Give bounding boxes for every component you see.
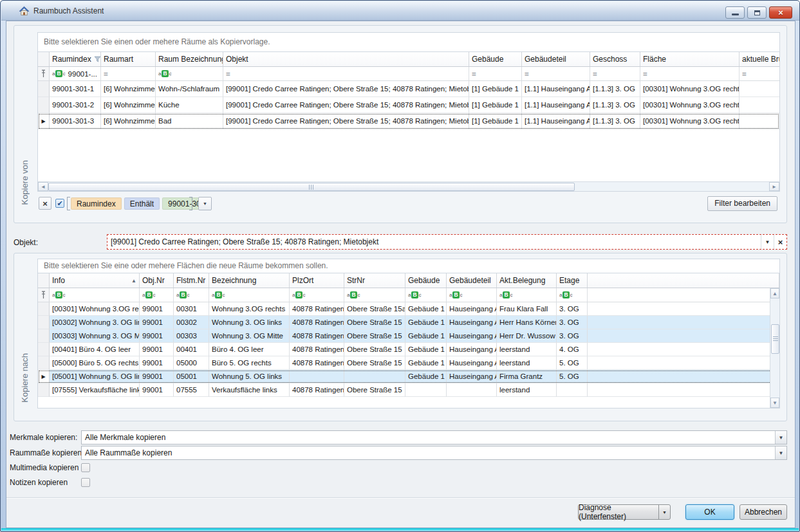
cell-aktuelle-bru[interactable]: [740, 113, 779, 129]
objekt-clear-button[interactable]: ×: [774, 235, 786, 249]
cell-gebäude[interactable]: [1] Gebäude 1: [469, 113, 522, 129]
cell-aktuelle-bru[interactable]: [740, 97, 779, 113]
filter-cell-raum-bezeichnung[interactable]: aBc: [156, 67, 223, 80]
filter-funnel-icon[interactable]: [94, 56, 101, 62]
cell-flstm-nr[interactable]: 00303: [174, 329, 209, 343]
cell-flstm-nr[interactable]: 05001: [174, 370, 209, 383]
cell-etage[interactable]: [557, 383, 588, 397]
filter-cell-strnr[interactable]: aBc: [344, 288, 405, 302]
cell-etage[interactable]: 3. OG: [557, 316, 588, 329]
table-row-2[interactable]: ▶99001-301-3[6] WohnzimmerBad[99001] Cre…: [38, 113, 779, 129]
cell-objekt[interactable]: [99001] Credo Carree Ratingen; Obere Str…: [223, 97, 469, 113]
cell-plzort[interactable]: [290, 370, 344, 383]
cell-obj-nr[interactable]: 99001: [140, 302, 174, 316]
cell-bezeichnung[interactable]: Wohnung 3.OG rechts: [209, 302, 290, 316]
cell-bezeichnung[interactable]: Büro 5. OG rechts: [209, 356, 290, 370]
titlebar[interactable]: Raumbuch Assistent ×: [1, 1, 800, 21]
edit-filter-button[interactable]: Filter bearbeiten: [707, 196, 777, 211]
cell-raum-bezeichnung[interactable]: Bad: [156, 113, 223, 129]
cell-gebäudeteil[interactable]: [447, 383, 497, 397]
cell-gebäude[interactable]: Gebäude 1: [405, 356, 447, 370]
cell-info[interactable]: [00302] Wohnung 3. OG links: [50, 316, 140, 329]
cell-plzort[interactable]: 40878 Ratingen: [290, 356, 344, 370]
cell-obj-nr[interactable]: 99001: [140, 343, 174, 356]
cell-obj-nr[interactable]: 99001: [140, 356, 174, 370]
filter-cell-fläche[interactable]: =: [640, 67, 740, 80]
column-header-info[interactable]: Info▲: [50, 273, 140, 288]
filter-cell-flstm-nr[interactable]: aBc: [174, 288, 209, 302]
cell-obj-nr[interactable]: 99001: [140, 329, 174, 343]
cell-flstm-nr[interactable]: 00401: [174, 343, 209, 356]
column-header-flstm-nr[interactable]: Flstm.Nr: [174, 273, 209, 288]
multimedia-checkbox[interactable]: [81, 463, 90, 472]
cell-akt-belegung[interactable]: Herr Dr. Wussow: [497, 329, 557, 343]
notizen-checkbox[interactable]: [81, 478, 90, 487]
filter-mru-dropdown-button[interactable]: ▼: [198, 197, 212, 210]
cell-raum-bezeichnung[interactable]: Wohn-/Schlafraum: [156, 81, 223, 97]
cell-aktuelle-bru[interactable]: [740, 81, 779, 97]
cell-fläche[interactable]: [00301] Wohnung 3.OG rechts: [640, 97, 740, 113]
column-header-gebäudeteil[interactable]: Gebäudeteil: [522, 52, 590, 66]
scroll-right-icon[interactable]: ►: [769, 182, 779, 191]
cell-gebäudeteil[interactable]: [1.1] Hauseingang A: [522, 81, 590, 97]
cell-gebäude[interactable]: [1] Gebäude 1: [469, 97, 522, 113]
filter-cell-gebäudeteil[interactable]: aBc: [447, 288, 497, 302]
cell-etage[interactable]: 3. OG: [557, 329, 588, 343]
cell-akt-belegung[interactable]: Herr Hans Körner: [497, 316, 557, 329]
cell-strnr[interactable]: Obere Straße 15: [344, 356, 405, 370]
cell-geschoss[interactable]: [1.1.3] 3. OG: [590, 81, 640, 97]
cell-akt-belegung[interactable]: leerstand: [497, 343, 557, 356]
cell-gebäudeteil[interactable]: Hauseingang A: [447, 316, 497, 329]
cell-strnr[interactable]: Obere Straße 15: [344, 343, 405, 356]
filter-cell-gebäudeteil[interactable]: =: [522, 67, 590, 80]
column-header-raum-bezeichnung[interactable]: Raum Bezeichnung: [156, 52, 223, 66]
maximize-button[interactable]: [747, 6, 767, 19]
filter-cell-raumart[interactable]: =: [101, 67, 156, 80]
cell-flstm-nr[interactable]: 07555: [174, 383, 209, 397]
table-row-1[interactable]: [00302] Wohnung 3. OG links9900100302Woh…: [38, 316, 779, 329]
merkmale-dropdown[interactable]: Alle Merkmale kopieren ▼: [81, 430, 787, 445]
cell-flstm-nr[interactable]: 05000: [174, 356, 209, 370]
scroll-down-icon[interactable]: ▼: [770, 398, 779, 408]
objekt-combobox[interactable]: [99001] Credo Carree Ratingen; Obere Str…: [107, 234, 787, 250]
cell-info[interactable]: [05001] Wohnung 5. OG links: [50, 370, 140, 383]
filter-cell-info[interactable]: aBc: [50, 288, 140, 302]
column-header-objekt[interactable]: Objekt: [223, 52, 469, 66]
vertical-scrollbar[interactable]: ▲ ▼: [770, 288, 779, 408]
cell-gebäude[interactable]: Gebäude 1: [405, 329, 447, 343]
cell-info[interactable]: [00401] Büro 4. OG leer: [50, 343, 140, 356]
cell-objekt[interactable]: [99001] Credo Carree Ratingen; Obere Str…: [223, 81, 469, 97]
column-header-gebäude[interactable]: Gebäude: [405, 273, 447, 288]
scroll-up-icon[interactable]: ▲: [770, 288, 779, 298]
cell-akt-belegung[interactable]: leerstand: [497, 356, 557, 370]
column-header-akt-belegung[interactable]: Akt.Belegung: [497, 273, 557, 288]
cell-gebäudeteil[interactable]: Hauseingang A: [447, 302, 497, 316]
cell-bezeichnung[interactable]: Wohnung 3. OG links: [209, 316, 290, 329]
clear-filter-button[interactable]: ×: [39, 197, 51, 210]
cell-etage[interactable]: 5. OG: [557, 370, 588, 383]
column-header-raumindex[interactable]: Raumindex: [50, 52, 101, 66]
cell-raumindex[interactable]: 99001-301-1: [50, 81, 101, 97]
horizontal-scrollbar[interactable]: ◄ ►: [38, 181, 779, 191]
cell-obj-nr[interactable]: 99001: [140, 370, 174, 383]
raummasse-dropdown[interactable]: Alle Raummaße kopieren ▼: [81, 446, 787, 460]
cell-gebäudeteil[interactable]: Hauseingang A: [447, 356, 497, 370]
table-row-0[interactable]: [00301] Wohnung 3.OG rechts9900100301Woh…: [38, 302, 779, 316]
cell-bezeichnung[interactable]: Verkaufsfläche links: [209, 383, 290, 397]
cell-plzort[interactable]: 40878 Ratingen: [290, 383, 344, 397]
cell-raumart[interactable]: [6] Wohnzimmer: [101, 113, 156, 129]
table-row-4[interactable]: [05000] Büro 5. OG rechts9900105000Büro …: [38, 356, 779, 370]
pin-icon[interactable]: [38, 67, 50, 80]
cell-flstm-nr[interactable]: 00302: [174, 316, 209, 329]
cell-gebäude[interactable]: Gebäude 1: [405, 316, 447, 329]
filter-cell-geschoss[interactable]: =: [590, 67, 640, 80]
cell-gebäude[interactable]: Gebäude 1: [405, 343, 447, 356]
table-row-6[interactable]: [07555] Verkaufsfläche links9900107555Ve…: [38, 383, 779, 397]
cell-strnr[interactable]: Obere Straße 15a: [344, 302, 405, 316]
cell-info[interactable]: [00303] Wohnung 3. OG Mitte: [50, 329, 140, 343]
cell-plzort[interactable]: 40878 Ratingen: [290, 316, 344, 329]
table-row-5[interactable]: ▶[05001] Wohnung 5. OG links9900105001Wo…: [38, 370, 779, 383]
cell-raumindex[interactable]: 99001-301-3: [50, 113, 101, 129]
cell-gebäude[interactable]: Gebäude 1: [405, 302, 447, 316]
column-header-obj-nr[interactable]: Obj.Nr: [140, 273, 174, 288]
